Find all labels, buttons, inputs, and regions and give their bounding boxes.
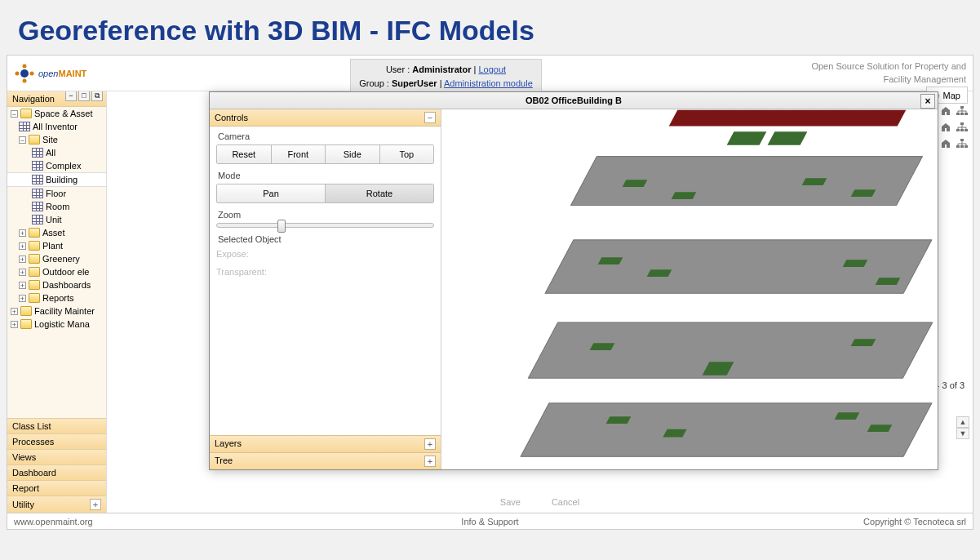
tree-plant[interactable]: +Plant — [7, 239, 106, 252]
expand-icon[interactable]: + — [19, 256, 26, 263]
scroll-arrows: ▲ ▼ — [956, 416, 969, 439]
tree-facility[interactable]: +Facility Mainter — [7, 304, 106, 318]
zoom-slider[interactable] — [216, 223, 434, 228]
expand-icon[interactable]: + — [424, 456, 436, 467]
accordion-views[interactable]: Views — [7, 449, 106, 464]
admin-module-link[interactable]: Administration module — [444, 78, 533, 88]
expand-icon[interactable]: + — [90, 499, 101, 510]
tree-logistic[interactable]: +Logistic Mana — [7, 318, 106, 331]
tree-greenery[interactable]: +Greenery — [7, 252, 106, 265]
expand-icon[interactable]: + — [11, 308, 18, 315]
slider-thumb[interactable] — [277, 220, 286, 233]
camera-top-button[interactable]: Top — [380, 145, 434, 163]
hierarchy-icon[interactable] — [956, 106, 968, 116]
tree-label: Asset — [42, 228, 65, 238]
tree-asset[interactable]: +Asset — [7, 226, 106, 239]
minimize-icon[interactable]: − — [65, 91, 77, 101]
expand-icon[interactable]: + — [19, 229, 26, 237]
modal-body: Controls − Camera Reset Front Side Top — [210, 109, 938, 469]
accordion-label: Class List — [12, 421, 51, 431]
expand-icon[interactable]: + — [11, 321, 18, 328]
logout-link[interactable]: Logout — [478, 64, 506, 74]
expand-icon[interactable]: + — [424, 438, 436, 450]
expand-icon[interactable]: + — [19, 282, 26, 289]
scroll-up-icon[interactable]: ▲ — [956, 416, 969, 428]
building-icon[interactable] — [940, 122, 951, 132]
folder-icon — [20, 306, 32, 316]
svg-point-4 — [16, 71, 20, 75]
user-value: Administrator — [412, 64, 471, 74]
building-icon[interactable] — [940, 139, 951, 149]
grid-icon — [32, 215, 43, 224]
footer-link-left[interactable]: www.openmaint.org — [14, 517, 93, 527]
3d-viewport[interactable] — [441, 109, 938, 469]
collapse-icon[interactable]: − — [11, 110, 18, 118]
tree-room[interactable]: Room — [7, 200, 106, 213]
expand-icon[interactable]: + — [19, 242, 26, 250]
tree-all[interactable]: All — [7, 146, 106, 159]
maximize-icon[interactable]: □ — [78, 91, 90, 101]
hierarchy-icon[interactable] — [956, 139, 968, 149]
controls-header-label: Controls — [215, 113, 248, 122]
expand-icon[interactable]: + — [19, 269, 26, 276]
scroll-down-icon[interactable]: ▼ — [956, 428, 969, 439]
layers-accordion[interactable]: Layers + — [210, 435, 441, 452]
svg-rect-13 — [960, 139, 964, 141]
accordion-label: Dashboard — [12, 468, 56, 478]
controls-header[interactable]: Controls − — [210, 109, 441, 127]
tree-outdoor[interactable]: +Outdoor ele — [7, 265, 106, 278]
tree-complex[interactable]: Complex — [7, 159, 106, 172]
tree-accordion[interactable]: Tree + — [210, 452, 441, 469]
camera-fieldset: Camera Reset Front Side Top — [216, 131, 434, 164]
tree-space-asset[interactable]: −Space & Asset — [7, 107, 106, 120]
accordion-report[interactable]: Report — [7, 480, 106, 496]
tree-floor[interactable]: Floor — [7, 187, 106, 200]
accordion-processes[interactable]: Processes — [7, 433, 106, 449]
topbar: openMAINT User : Administrator | Logout … — [7, 56, 973, 91]
svg-rect-5 — [960, 106, 964, 109]
close-icon[interactable]: × — [920, 94, 935, 109]
tree-label: Floor — [46, 189, 66, 198]
collapse-icon[interactable]: − — [424, 112, 436, 123]
zoom-fieldset: Zoom — [216, 210, 434, 228]
folder-icon — [29, 280, 40, 290]
tree-label: Greenery — [42, 254, 80, 264]
tagline: Open Source Solution for Property and Fa… — [811, 60, 966, 86]
building-icon[interactable] — [940, 106, 951, 116]
expand-icon[interactable]: + — [19, 295, 26, 302]
svg-rect-12 — [964, 129, 968, 131]
tree-label: Facility Mainter — [34, 306, 95, 316]
tree-building[interactable]: Building — [7, 172, 106, 187]
hierarchy-icon[interactable] — [956, 122, 968, 132]
restore-icon[interactable]: ⧉ — [91, 91, 103, 101]
accordion-dashboard[interactable]: Dashboard — [7, 464, 106, 480]
camera-reset-button[interactable]: Reset — [217, 145, 272, 163]
cancel-button[interactable]: Cancel — [542, 495, 589, 509]
folder-icon — [29, 135, 40, 144]
camera-front-button[interactable]: Front — [272, 145, 326, 163]
camera-side-button[interactable]: Side — [326, 145, 380, 163]
tree-all-inventory[interactable]: All Inventor — [7, 120, 106, 133]
nav-tree: −Space & Asset All Inventor −Site All Co… — [7, 107, 106, 418]
footer-link-mid[interactable]: Info & Support — [461, 517, 518, 527]
user-label: User : — [386, 64, 410, 74]
accordion-utility[interactable]: Utility+ — [7, 496, 106, 513]
accordion-class-list[interactable]: Class List — [7, 418, 106, 433]
tree-dashboards[interactable]: +Dashboards — [7, 278, 106, 291]
tree-reports[interactable]: +Reports — [7, 291, 106, 304]
tree-label: All — [46, 148, 55, 158]
tree-panel-label: Tree — [215, 456, 233, 467]
collapse-icon[interactable]: − — [19, 136, 26, 144]
tree-unit[interactable]: Unit — [7, 213, 106, 226]
bim-viewer-window: OB02 OfficeBuilding B × Controls − Camer… — [209, 91, 938, 470]
svg-point-0 — [20, 69, 29, 78]
folder-icon — [20, 319, 32, 329]
mode-buttons: Pan Rotate — [216, 184, 434, 203]
save-button[interactable]: Save — [490, 495, 530, 509]
tree-label: Dashboards — [42, 280, 91, 290]
accordion-label: Utility — [12, 500, 34, 509]
grid-action-column — [940, 103, 968, 152]
tree-site[interactable]: −Site — [7, 133, 106, 146]
mode-rotate-button[interactable]: Rotate — [326, 184, 433, 202]
mode-pan-button[interactable]: Pan — [217, 184, 326, 202]
